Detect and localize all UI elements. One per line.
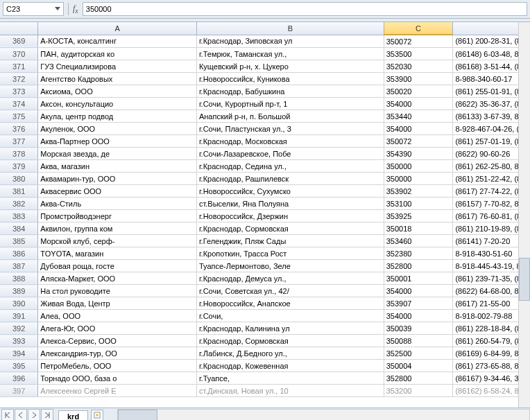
row-header[interactable]: 376: [0, 123, 38, 135]
cell[interactable]: На стол руководите: [38, 285, 197, 297]
cell[interactable]: Морская звезда, де: [38, 148, 197, 160]
cell[interactable]: 352380: [384, 247, 453, 260]
tab-nav-next-icon[interactable]: [28, 409, 40, 420]
row-header[interactable]: 369: [0, 35, 38, 48]
cell[interactable]: 352500: [384, 347, 453, 360]
cell[interactable]: Аква-Партнер ООО: [38, 135, 197, 148]
row-header[interactable]: 373: [0, 85, 38, 98]
cell[interactable]: Алеа, ООО: [38, 310, 197, 322]
cell[interactable]: Алега-Юг, ООО: [38, 322, 197, 335]
cell[interactable]: г.Сочи, Советская ул., 42/: [196, 285, 384, 297]
cell[interactable]: 350001: [384, 272, 453, 285]
row-header[interactable]: 394: [0, 347, 38, 360]
row-header[interactable]: 396: [0, 372, 38, 385]
cell[interactable]: 350072: [384, 35, 453, 48]
cell[interactable]: Аквилон, группа ком: [38, 222, 197, 235]
cell[interactable]: 353907: [384, 297, 453, 310]
cell[interactable]: 350000: [384, 160, 453, 173]
cell[interactable]: Морской клуб, серф-: [38, 235, 197, 247]
name-box[interactable]: C23: [3, 2, 64, 16]
cell[interactable]: 353460: [384, 235, 453, 247]
cell[interactable]: г.Сочи-Лазаревское, Побе: [196, 148, 384, 160]
row-header[interactable]: 390: [0, 297, 38, 310]
cell[interactable]: г.Лабинск, Д.Бедного ул.,: [196, 347, 384, 360]
tab-nav-prev-icon[interactable]: [15, 409, 27, 420]
cell[interactable]: г.Новороссийск, Куникова: [196, 73, 384, 85]
row-header[interactable]: 391: [0, 310, 38, 322]
cell[interactable]: ПетроМебель, ООО: [38, 360, 197, 372]
cell[interactable]: TOYOTA, магазин: [38, 247, 197, 260]
column-header-B[interactable]: B: [196, 22, 384, 35]
cell[interactable]: Александрия-тур, ОО: [38, 347, 197, 360]
cell[interactable]: 353902: [384, 185, 453, 198]
cell[interactable]: А-КОСТА, консалтинг: [38, 35, 197, 48]
row-header[interactable]: 371: [0, 60, 38, 73]
cell[interactable]: 353200: [384, 385, 453, 397]
horizontal-scrollbar[interactable]: [117, 409, 530, 420]
cell[interactable]: 350020: [384, 85, 453, 98]
cell[interactable]: Туапсе-Лермонтово, Зеле: [196, 260, 384, 272]
cell[interactable]: 350039: [384, 322, 453, 335]
row-header[interactable]: 378: [0, 148, 38, 160]
cell[interactable]: Аквамарин-тур, ООО: [38, 173, 197, 185]
cell[interactable]: г.Краснодар, Сормовская: [196, 222, 384, 235]
cell[interactable]: 353925: [384, 210, 453, 222]
row-header[interactable]: 380: [0, 173, 38, 185]
cell[interactable]: Дубовая роща, госте: [38, 260, 197, 272]
cell[interactable]: 350088: [384, 335, 453, 347]
cell[interactable]: г.Сочи, Курортный пр-т, 1: [196, 98, 384, 110]
row-header[interactable]: 372: [0, 73, 38, 85]
row-header[interactable]: 375: [0, 110, 38, 123]
cell[interactable]: г.Темрюк, Таманская ул.,: [196, 48, 384, 60]
cell[interactable]: Промстройводэнерг: [38, 210, 197, 222]
cell[interactable]: г.Краснодар, Рашпилевск: [196, 173, 384, 185]
cell[interactable]: г.Сочи, Пластунская ул., 3: [196, 123, 384, 135]
cell[interactable]: г.Краснодар, Московская: [196, 135, 384, 148]
name-box-dropdown-icon[interactable]: [53, 5, 62, 13]
row-header[interactable]: 387: [0, 260, 38, 272]
cell[interactable]: Аква, магазин: [38, 160, 197, 173]
cell[interactable]: 354000: [384, 285, 453, 297]
cell[interactable]: Алексеенко Сергей Е: [38, 385, 197, 397]
row-header[interactable]: 382: [0, 198, 38, 210]
cell[interactable]: Агентство Кадровых: [38, 73, 197, 85]
row-header[interactable]: 383: [0, 210, 38, 222]
cell[interactable]: 354390: [384, 148, 453, 160]
row-header[interactable]: 386: [0, 247, 38, 260]
row-header[interactable]: 385: [0, 235, 38, 247]
cell[interactable]: ПАН, аудиторская ко: [38, 48, 197, 60]
cell[interactable]: г.Новороссийск, Сухумско: [196, 185, 384, 198]
horizontal-scroll-thumb[interactable]: [118, 410, 157, 420]
cell[interactable]: Аляска-Маркет, ООО: [38, 272, 197, 285]
cell[interactable]: ст.Выселки, Яна Полуяна: [196, 198, 384, 210]
tab-nav-last-icon[interactable]: [41, 409, 53, 420]
cell[interactable]: Кущевский р-н, х. Цукеро: [196, 60, 384, 73]
row-header[interactable]: 374: [0, 98, 38, 110]
cell[interactable]: 352800: [384, 260, 453, 272]
select-all-corner[interactable]: [0, 22, 38, 35]
cell[interactable]: 353100: [384, 198, 453, 210]
cell[interactable]: 353900: [384, 73, 453, 85]
cell[interactable]: Аксиома, ООО: [38, 85, 197, 98]
cell[interactable]: г.Краснодар, Седина ул.,: [196, 160, 384, 173]
cell[interactable]: г.Краснодар, Демуса ул.,: [196, 272, 384, 285]
cell[interactable]: г.Геленджик, Пляж Сады: [196, 235, 384, 247]
row-header[interactable]: 395: [0, 360, 38, 372]
column-header-C[interactable]: C: [384, 22, 453, 35]
cell[interactable]: 354000: [384, 310, 453, 322]
cell[interactable]: Аквасервис ООО: [38, 185, 197, 198]
row-header[interactable]: 379: [0, 160, 38, 173]
cell[interactable]: 353440: [384, 110, 453, 123]
cell[interactable]: г.Краснодар, Зиповская ул: [196, 35, 384, 48]
cell[interactable]: 354000: [384, 98, 453, 110]
formula-input[interactable]: 350000: [83, 2, 527, 16]
insert-sheet-icon[interactable]: [91, 410, 103, 420]
cell[interactable]: 350004: [384, 360, 453, 372]
cell[interactable]: Живая Вода, Центр: [38, 297, 197, 310]
vertical-scroll-thumb[interactable]: [519, 258, 530, 301]
grid[interactable]: ABCDEF 369А-КОСТА, консалтингг.Краснодар…: [0, 22, 530, 408]
cell[interactable]: 350072: [384, 135, 453, 148]
cell[interactable]: Алекса-Сервис, ООО: [38, 335, 197, 347]
cell[interactable]: г.Новороссийск, Анапское: [196, 297, 384, 310]
fx-icon[interactable]: fx: [73, 3, 78, 15]
